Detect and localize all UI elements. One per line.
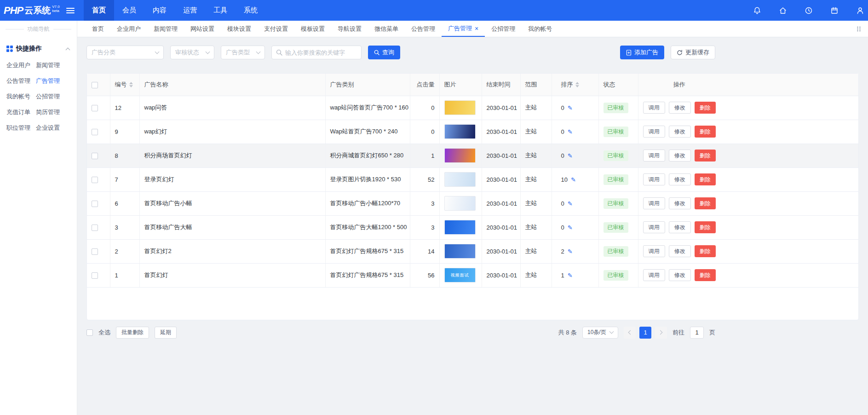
- edit-sort-icon[interactable]: ✎: [568, 104, 573, 111]
- ad-thumbnail[interactable]: 视频面试: [444, 268, 476, 282]
- tab-item[interactable]: 企业用户: [110, 21, 147, 37]
- edit-button[interactable]: 修改: [669, 269, 691, 281]
- delete-button[interactable]: 删除: [695, 221, 716, 233]
- prev-page-button[interactable]: [624, 327, 636, 339]
- goto-page-input[interactable]: [690, 327, 704, 339]
- invoke-button[interactable]: 调用: [643, 245, 665, 257]
- next-page-button[interactable]: [655, 327, 667, 339]
- sidebar-item[interactable]: 职位管理: [6, 124, 36, 132]
- user-icon[interactable]: [856, 6, 864, 15]
- sidebar-item[interactable]: 新闻管理: [36, 61, 77, 69]
- invoke-button[interactable]: 调用: [643, 197, 665, 209]
- collapse-icon[interactable]: [66, 47, 70, 52]
- ad-category-select[interactable]: 广告分类: [86, 46, 164, 59]
- tab-item[interactable]: 公招管理: [485, 21, 522, 37]
- top-nav-item[interactable]: 会员: [114, 0, 144, 21]
- tab-item[interactable]: 新闻管理: [147, 21, 184, 37]
- batch-delete-button[interactable]: 批量删除: [116, 327, 149, 339]
- top-nav-item[interactable]: 运营: [175, 0, 205, 21]
- sidebar-item[interactable]: 广告管理: [36, 77, 77, 85]
- clock-icon[interactable]: [805, 6, 813, 15]
- audit-status-select[interactable]: 审核状态: [170, 46, 214, 59]
- edit-button[interactable]: 修改: [669, 245, 691, 257]
- ad-thumbnail[interactable]: [444, 148, 476, 163]
- invoke-button[interactable]: 调用: [643, 221, 665, 233]
- bell-icon[interactable]: [753, 6, 761, 15]
- row-checkbox[interactable]: [92, 177, 98, 183]
- refresh-cache-button[interactable]: 更新缓存: [671, 46, 715, 59]
- sidebar-item[interactable]: 企业设置: [36, 124, 77, 132]
- tab-item[interactable]: 首页: [86, 21, 110, 37]
- page-number-button[interactable]: 1: [639, 327, 651, 339]
- sidebar-item[interactable]: 公告管理: [6, 77, 36, 85]
- delete-button[interactable]: 删除: [695, 102, 716, 114]
- edit-button[interactable]: 修改: [669, 173, 691, 185]
- invoke-button[interactable]: 调用: [643, 173, 665, 185]
- row-checkbox[interactable]: [92, 272, 98, 279]
- edit-sort-icon[interactable]: ✎: [568, 200, 573, 207]
- ad-type-select[interactable]: 广告类型: [221, 46, 265, 59]
- delete-button[interactable]: 删除: [695, 245, 716, 257]
- edit-sort-icon[interactable]: ✎: [571, 176, 576, 183]
- edit-button[interactable]: 修改: [669, 150, 691, 161]
- delete-button[interactable]: 删除: [695, 126, 716, 138]
- tab-item[interactable]: 模板设置: [294, 21, 331, 37]
- tab-item[interactable]: 支付设置: [258, 21, 294, 37]
- tab-more-icon[interactable]: [850, 21, 868, 37]
- edit-button[interactable]: 修改: [669, 221, 691, 233]
- menu-toggle-icon[interactable]: [63, 0, 78, 21]
- row-checkbox[interactable]: [92, 248, 98, 255]
- ad-thumbnail[interactable]: [444, 244, 476, 259]
- edit-button[interactable]: 修改: [669, 102, 691, 114]
- row-checkbox[interactable]: [92, 105, 98, 111]
- quick-actions-header[interactable]: 快捷操作: [0, 37, 77, 58]
- select-all-checkbox[interactable]: [92, 82, 98, 88]
- sort-icon[interactable]: [129, 82, 133, 87]
- delete-button[interactable]: 删除: [695, 269, 716, 281]
- sort-desc-icon[interactable]: [575, 85, 579, 87]
- tab-close-icon[interactable]: ×: [475, 25, 478, 32]
- calendar-icon[interactable]: [830, 6, 839, 15]
- sidebar-item[interactable]: 我的帐号: [6, 92, 36, 101]
- home-icon[interactable]: [779, 6, 787, 15]
- top-nav-item[interactable]: 内容: [144, 0, 175, 21]
- delete-button[interactable]: 删除: [695, 173, 716, 185]
- invoke-button[interactable]: 调用: [643, 126, 665, 138]
- row-checkbox[interactable]: [92, 201, 98, 207]
- edit-button[interactable]: 修改: [669, 197, 691, 209]
- row-checkbox[interactable]: [92, 225, 98, 231]
- invoke-button[interactable]: 调用: [643, 102, 665, 114]
- edit-sort-icon[interactable]: ✎: [568, 152, 573, 159]
- top-nav-item[interactable]: 系统: [236, 0, 266, 21]
- add-ad-button[interactable]: 添加广告: [620, 46, 664, 59]
- row-checkbox[interactable]: [92, 129, 98, 135]
- column-header-sort[interactable]: 排序: [552, 74, 598, 96]
- select-all-checkbox[interactable]: [86, 329, 93, 336]
- ad-thumbnail[interactable]: [444, 220, 476, 235]
- sidebar-item[interactable]: 简历管理: [36, 108, 77, 116]
- page-size-select[interactable]: 10条/页: [582, 327, 618, 339]
- top-nav-item[interactable]: 首页: [84, 0, 114, 21]
- tab-item[interactable]: 我的帐号: [522, 21, 558, 37]
- sort-asc-icon[interactable]: [575, 82, 579, 84]
- delete-button[interactable]: 删除: [695, 150, 716, 161]
- edit-sort-icon[interactable]: ✎: [568, 248, 573, 255]
- sidebar-item[interactable]: 公招管理: [36, 92, 77, 101]
- sort-asc-icon[interactable]: [129, 82, 133, 84]
- delete-button[interactable]: 删除: [695, 197, 716, 209]
- top-nav-item[interactable]: 工具: [205, 0, 236, 21]
- edit-sort-icon[interactable]: ✎: [568, 272, 573, 279]
- ad-thumbnail[interactable]: [444, 196, 476, 211]
- invoke-button[interactable]: 调用: [643, 150, 665, 161]
- tab-item[interactable]: 模块设置: [221, 21, 258, 37]
- edit-sort-icon[interactable]: ✎: [568, 224, 573, 231]
- row-checkbox[interactable]: [92, 153, 98, 159]
- tab-item[interactable]: 网站设置: [184, 21, 221, 37]
- ad-thumbnail[interactable]: [444, 124, 476, 139]
- tab-item[interactable]: 微信菜单: [368, 21, 405, 37]
- ad-thumbnail[interactable]: [444, 172, 476, 187]
- column-header-id[interactable]: 编号: [110, 74, 139, 96]
- tab-item[interactable]: 公告管理: [405, 21, 442, 37]
- tab-item[interactable]: 广告管理×: [442, 21, 485, 37]
- edit-sort-icon[interactable]: ✎: [568, 128, 573, 135]
